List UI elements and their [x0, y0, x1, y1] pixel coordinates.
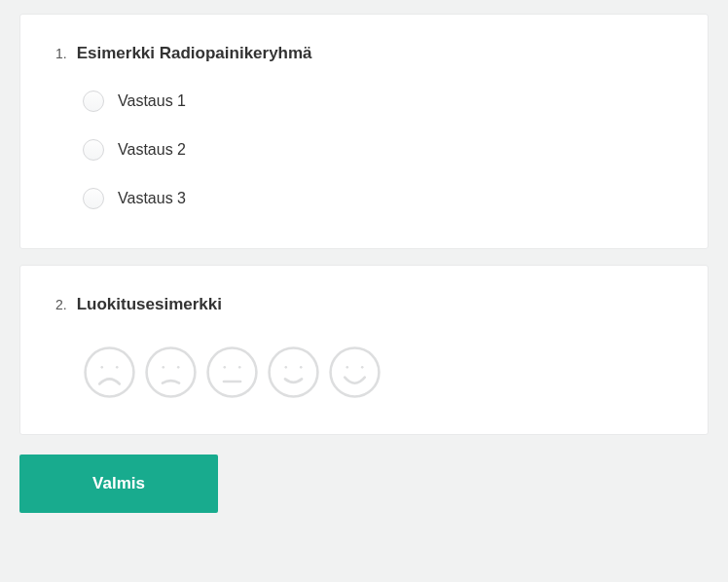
- question-number: 2.: [55, 297, 67, 312]
- radio-option-2[interactable]: Vastaus 2: [83, 139, 673, 161]
- face-very-sad-icon[interactable]: [83, 346, 136, 399]
- svg-point-2: [116, 366, 119, 369]
- question-card-1: 1. Esimerkki Radiopainikeryhmä Vastaus 1…: [19, 14, 709, 249]
- svg-point-1: [100, 366, 103, 369]
- svg-point-3: [147, 348, 196, 397]
- rating-faces: [55, 342, 673, 405]
- radio-label: Vastaus 3: [118, 190, 186, 207]
- svg-point-13: [331, 348, 380, 397]
- svg-point-4: [162, 366, 164, 369]
- radio-label: Vastaus 2: [118, 141, 186, 159]
- svg-point-12: [300, 366, 303, 369]
- svg-point-15: [361, 366, 364, 369]
- submit-label: Valmis: [92, 474, 145, 493]
- question-title: Esimerkki Radiopainikeryhmä: [77, 44, 312, 63]
- face-sad-icon[interactable]: [144, 346, 198, 399]
- submit-button[interactable]: Valmis: [19, 455, 218, 513]
- svg-point-0: [86, 348, 134, 397]
- radio-icon: [83, 139, 104, 161]
- svg-point-14: [346, 366, 348, 369]
- question-title: Luokitusesimerkki: [77, 295, 222, 314]
- radio-group: Vastaus 1 Vastaus 2 Vastaus 3: [55, 91, 673, 219]
- svg-point-5: [177, 366, 180, 369]
- radio-option-1[interactable]: Vastaus 1: [83, 91, 673, 112]
- face-happy-icon[interactable]: [267, 346, 320, 399]
- radio-icon: [83, 188, 104, 209]
- svg-point-6: [208, 348, 257, 397]
- radio-label: Vastaus 1: [118, 92, 186, 110]
- question-card-2: 2. Luokitusesimerkki: [19, 265, 709, 435]
- svg-point-10: [270, 348, 318, 397]
- radio-icon: [83, 91, 104, 112]
- question-header-1: 1. Esimerkki Radiopainikeryhmä: [55, 44, 673, 63]
- question-header-2: 2. Luokitusesimerkki: [55, 295, 673, 314]
- face-neutral-icon[interactable]: [205, 346, 259, 399]
- svg-point-7: [223, 366, 226, 369]
- svg-point-8: [238, 366, 241, 369]
- face-very-happy-icon[interactable]: [328, 346, 382, 399]
- svg-point-11: [284, 366, 287, 369]
- radio-option-3[interactable]: Vastaus 3: [83, 188, 673, 209]
- question-number: 1.: [55, 46, 67, 61]
